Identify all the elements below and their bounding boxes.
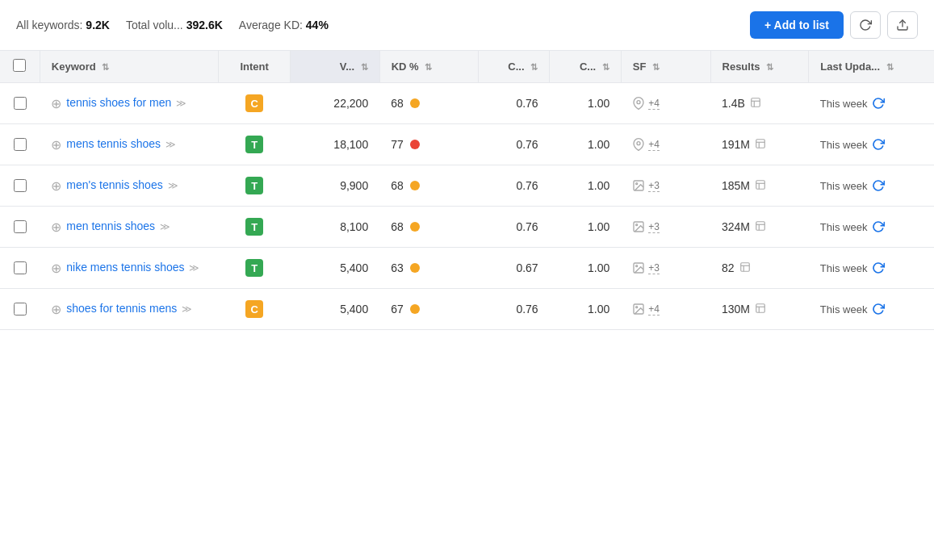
add-keyword-icon[interactable]: ⊕	[51, 302, 61, 317]
row-checkbox[interactable]	[14, 261, 27, 274]
updated-sort-icon[interactable]: ⇅	[886, 62, 894, 73]
results-value: 191M	[722, 138, 750, 151]
intent-badge: C	[245, 94, 263, 112]
kd-dot	[410, 140, 420, 149]
volume-cell: 18,100	[290, 124, 379, 165]
keyword-link[interactable]: mens tennis shoes	[66, 137, 161, 150]
svg-rect-7	[756, 180, 765, 189]
image-icon	[632, 303, 645, 316]
add-keyword-icon[interactable]: ⊕	[51, 178, 61, 194]
updated-value: This week	[820, 180, 868, 192]
updated-cell: This week	[809, 207, 934, 248]
action-buttons: + Add to list	[750, 11, 918, 39]
sf-count[interactable]: +3	[648, 262, 660, 274]
location-pin-icon	[632, 138, 645, 151]
kd-value: 68	[391, 179, 404, 192]
header-comp: C... ⇅	[550, 51, 622, 83]
cpc-cell: 0.76	[478, 124, 550, 165]
keyword-link[interactable]: shoes for tennis mens	[66, 302, 177, 315]
all-keywords-stat: All keywords: 9.2K	[16, 19, 110, 31]
header-results: Results ⇅	[710, 51, 809, 83]
svg-point-1	[637, 101, 640, 104]
export-icon	[896, 19, 909, 31]
header-checkbox-cell	[0, 51, 40, 83]
row-refresh-icon[interactable]	[872, 261, 885, 274]
keyword-link[interactable]: men tennis shoes	[66, 219, 155, 232]
row-refresh-icon[interactable]	[872, 220, 885, 233]
header-sf: SF ⇅	[621, 51, 710, 83]
results-sort-icon[interactable]: ⇅	[766, 62, 773, 73]
keyword-link[interactable]: men's tennis shoes	[66, 178, 162, 191]
intent-badge: C	[245, 300, 263, 318]
add-keyword-icon[interactable]: ⊕	[51, 219, 61, 235]
keyword-sort-icon[interactable]: ⇅	[102, 62, 109, 73]
cpc-cell: 0.76	[478, 83, 550, 124]
row-checkbox[interactable]	[14, 179, 27, 192]
add-to-list-button[interactable]: + Add to list	[750, 11, 844, 39]
sf-count[interactable]: +4	[648, 303, 660, 316]
keyword-link[interactable]: tennis shoes for men	[66, 96, 171, 109]
svg-rect-16	[756, 303, 765, 312]
sf-sort-icon[interactable]: ⇅	[652, 62, 660, 73]
kd-sort-icon[interactable]: ⇅	[425, 62, 432, 73]
results-cell: 82	[710, 248, 809, 289]
add-keyword-icon[interactable]: ⊕	[51, 96, 61, 111]
svg-point-9	[636, 224, 638, 226]
table-header-row: Keyword ⇅ Intent V... ⇅ KD % ⇅ C... ⇅ C.…	[0, 51, 934, 83]
row-checkbox[interactable]	[14, 138, 27, 151]
svg-point-6	[636, 183, 638, 185]
sf-cell: +3	[621, 165, 710, 207]
volume-cell: 9,900	[290, 165, 379, 207]
svg-rect-2	[752, 98, 760, 107]
select-all-checkbox[interactable]	[13, 59, 26, 72]
kd-dot	[410, 263, 420, 273]
row-checkbox[interactable]	[14, 220, 27, 233]
updated-value: This week	[820, 221, 868, 233]
refresh-button[interactable]	[850, 11, 881, 39]
sf-count[interactable]: +4	[648, 139, 660, 151]
volume-sort-icon[interactable]: ⇅	[361, 62, 368, 73]
cpc-sort-icon[interactable]: ⇅	[530, 62, 538, 73]
keyword-arrow-icon: ≫	[168, 180, 178, 191]
results-detail-icon[interactable]	[755, 220, 766, 234]
kd-cell: 63	[379, 248, 478, 289]
sf-count[interactable]: +4	[648, 98, 660, 110]
comp-cell: 1.00	[550, 289, 622, 330]
row-checkbox[interactable]	[14, 303, 27, 316]
row-refresh-icon[interactable]	[872, 303, 885, 316]
intent-badge: T	[245, 218, 263, 236]
kd-value: 68	[391, 220, 404, 233]
results-detail-icon[interactable]	[755, 303, 766, 316]
volume-cell: 5,400	[290, 289, 379, 330]
svg-rect-10	[756, 221, 765, 230]
keyword-link[interactable]: nike mens tennis shoes	[66, 261, 184, 274]
keyword-cell: ⊕ men tennis shoes ≫	[40, 207, 219, 248]
sf-count[interactable]: +3	[648, 221, 660, 233]
intent-cell: T	[219, 165, 291, 207]
results-value: 130M	[722, 303, 750, 316]
volume-cell: 8,100	[290, 207, 379, 248]
row-refresh-icon[interactable]	[872, 138, 885, 151]
add-keyword-icon[interactable]: ⊕	[51, 137, 61, 153]
results-detail-icon[interactable]	[755, 179, 766, 193]
row-checkbox[interactable]	[14, 97, 27, 110]
row-refresh-icon[interactable]	[872, 179, 885, 192]
comp-cell: 1.00	[550, 124, 622, 165]
updated-value: This week	[820, 139, 868, 151]
results-detail-icon[interactable]	[739, 261, 751, 275]
export-button[interactable]	[887, 11, 918, 39]
comp-sort-icon[interactable]: ⇅	[602, 62, 609, 73]
results-detail-icon[interactable]	[750, 97, 761, 111]
kd-cell: 68	[379, 207, 478, 248]
add-keyword-icon[interactable]: ⊕	[51, 261, 61, 276]
results-detail-icon[interactable]	[755, 138, 766, 152]
kd-cell: 67	[379, 289, 478, 330]
sf-cell: +3	[621, 207, 710, 248]
keyword-arrow-icon: ≫	[189, 262, 199, 274]
intent-badge: T	[245, 136, 263, 153]
volume-cell: 22,200	[290, 83, 379, 124]
row-refresh-icon[interactable]	[872, 97, 885, 110]
sf-count[interactable]: +3	[648, 180, 660, 192]
intent-cell: C	[219, 289, 291, 330]
header-updated: Last Upda... ⇅	[809, 51, 934, 83]
